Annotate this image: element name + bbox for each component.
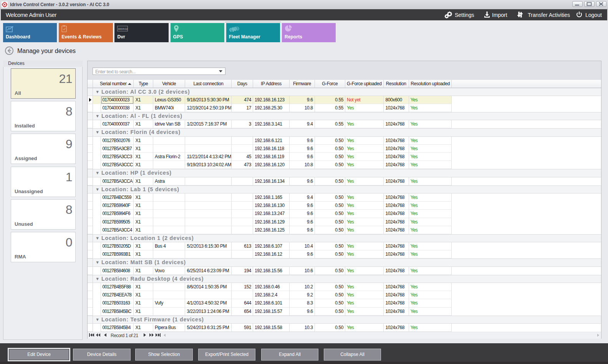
svg-text:MERGE: MERGE bbox=[118, 28, 128, 30]
